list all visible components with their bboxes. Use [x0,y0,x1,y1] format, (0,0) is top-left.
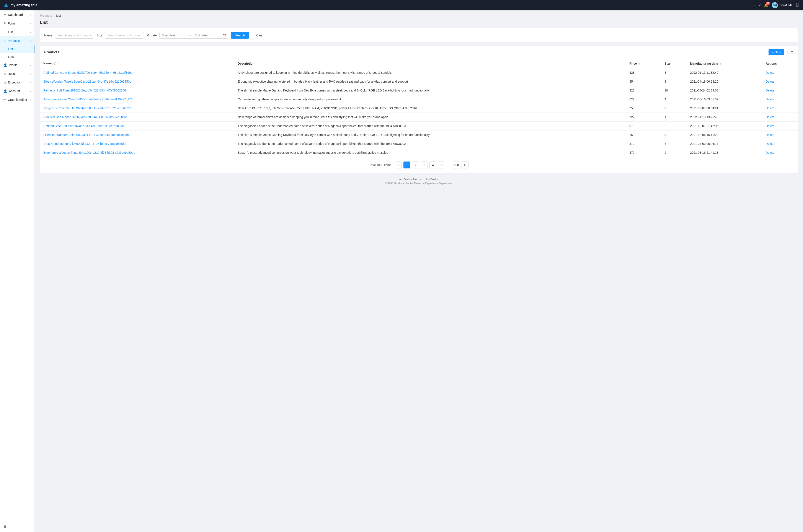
sidebar-item-exception[interactable]: ⚠ Exception ∨ [0,78,35,87]
table-row: Licensed Wooden Shirt 6449f3d1-f733-40dc… [40,131,798,139]
sidebar-item-result[interactable]: ◎ Result ∨ [0,69,35,78]
settings-icon[interactable]: 設 [796,3,800,7]
sidebar-item-list[interactable]: ☰ List ∨ [0,28,35,36]
chevron-icon-account: ∨ [30,90,31,92]
product-mdate: 2021-09-07 08:34:21 [690,107,718,110]
sidebar-label-account: Account [9,89,20,93]
delete-button[interactable]: Delete [766,89,775,92]
col-actions: Actions [762,59,798,68]
delete-button[interactable]: Delete [766,80,775,83]
delete-button[interactable]: Delete [766,115,775,119]
pagination: Total 1000 items < 1 2 3 4 5 ··· 100 > [40,157,798,173]
pagination-page-3[interactable]: 3 [421,162,428,168]
size-search-input[interactable] [105,32,144,39]
logo-icon [3,3,9,8]
product-price: 879 [629,124,634,128]
user-menu[interactable]: SM Serati Ma [772,2,792,8]
end-date-input[interactable] [192,32,221,38]
pagination-prev[interactable]: < [395,162,402,168]
sidebar: ▤ Dashboard ∨ ✎ Form ∨ ☰ List ∨ ✔ Produc… [0,11,35,532]
sidebar-sublabel-list: List [8,47,13,51]
sidebar-item-graphic-editor[interactable]: ✏ Graphic Editor ∨ [0,95,35,104]
column-settings-icon[interactable]: Ⅰ [787,50,788,54]
price-sort-icon[interactable]: ⇅ [638,63,640,65]
sidebar-item-account[interactable]: 👤 Account ∨ [0,87,35,95]
clear-button[interactable]: Clear [252,32,268,39]
footer-link-antd-pro[interactable]: Ant Design Pro [399,178,417,181]
product-mdate: 2021-05-16 03:51:37 [690,98,718,101]
mdate-sort-icon[interactable]: ⇅ [720,63,722,65]
footer-link-antd[interactable]: Ant Design [426,178,439,181]
product-link[interactable]: Awesome Frozen Chair 5e960c4c-aa6a-4fc7-… [43,98,132,101]
form-icon: ✎ [3,22,6,25]
table-row: Sleek Wooden Towels 9dee61cc-29ca-464c-8… [40,77,798,86]
product-link[interactable]: Licensed Wooden Shirt 6449f3d1-f733-40dc… [43,133,130,137]
product-link[interactable]: Sleek Wooden Towels 9dee61cc-29ca-464c-8… [43,80,131,83]
delete-button[interactable]: Delete [766,124,775,128]
sidebar-item-form[interactable]: ✎ Form ∨ [0,19,35,28]
dashboard-icon: ▤ [3,13,6,17]
new-product-button[interactable]: + New [768,49,784,55]
sidebar-collapse-icon[interactable]: ☰ [3,525,6,528]
product-price: 370 [629,142,634,146]
sidebar-sublabel-new: New [8,55,14,59]
breadcrumb-current: List [56,14,61,17]
app-header: my amazing title ⌕ ? 🔔 11 SM Serati Ma 設 [0,0,803,11]
table-actions: + New Ⅰ ⚙ [768,49,794,55]
delete-button[interactable]: Delete [766,98,775,101]
product-link[interactable]: Ergonomic Wooden Tuna 884c190c-b2a9-4f78… [43,151,135,154]
product-link[interactable]: Refined Concrete Shoes da6b7f0e-6c94-45a… [43,71,132,74]
delete-button[interactable]: Delete [766,71,775,74]
product-price: 953 [629,107,634,110]
pagination-page-1[interactable]: 1 [403,162,410,168]
sidebar-item-products[interactable]: ✔ Products ∧ [0,36,35,45]
breadcrumb-parent[interactable]: Products [40,14,52,17]
name-sort-icon[interactable]: ⇅ [58,62,59,65]
pagination-last-page[interactable]: 100 [453,162,460,168]
product-link[interactable]: Tasty Concrete Tuna f07e029f-ca22-4707-b… [43,142,126,146]
product-size: 3 [665,71,666,74]
question-icon[interactable]: ? [759,3,761,7]
notification-count: 11 [766,2,770,5]
col-name: Name ⓘ ⇅ [40,59,234,68]
sidebar-label-profile: Profile [9,63,18,67]
product-link[interactable]: Practical Soft Mouse 322f42a2-7289-4a81-… [43,115,128,119]
table-settings-icon[interactable]: ⚙ [790,50,794,54]
search-icon[interactable]: ⌕ [753,3,755,7]
sidebar-subitem-list[interactable]: List [0,45,35,53]
delete-button[interactable]: Delete [766,133,775,137]
name-filter-label: Name: [44,34,53,37]
delete-button[interactable]: Delete [766,142,775,146]
pagination-page-2[interactable]: 2 [412,162,419,168]
chevron-icon-profile: ∨ [30,64,31,66]
list-icon: ☰ [3,30,6,34]
product-description: New ABC 13 9370, 13.3, 5th Gen CoreA5-82… [237,107,417,110]
sidebar-subitem-new[interactable]: New [0,53,35,61]
notification-bell[interactable]: 🔔 11 [764,3,768,7]
product-link[interactable]: Refined Steel Ball 5a52874e-a330-4ee8-b2… [43,124,125,128]
product-link[interactable]: Fantastic Soft Tuna 281020f2-adb3-4628-8… [43,89,126,92]
name-search-input[interactable] [55,32,94,39]
search-button[interactable]: Search [231,32,249,39]
footer-github-icon[interactable]: ⊙ [420,178,422,181]
delete-button[interactable]: Delete [766,107,775,110]
date-range-picker[interactable]: → 📅 [159,32,228,39]
chevron-icon-result: ∨ [30,73,31,75]
sidebar-item-profile[interactable]: 👤 Profile ∨ [0,61,35,69]
pagination-page-5[interactable]: 5 [438,162,445,168]
header-actions: ⌕ ? 🔔 11 SM Serati Ma 設 [753,2,800,8]
pagination-page-4[interactable]: 4 [429,162,436,168]
pagination-next[interactable]: > [462,162,469,168]
sidebar-item-dashboard[interactable]: ▤ Dashboard ∨ [0,11,35,19]
product-price: 328 [629,89,634,92]
col-price: Price ⇅ [626,59,661,68]
delete-button[interactable]: Delete [766,151,775,154]
product-link[interactable]: Gorgeous Concrete Hat f37f4ae5-005f-42ad… [43,107,131,110]
col-description: Description [234,59,626,68]
name-info-icon[interactable]: ⓘ [53,62,56,65]
app-logo[interactable]: my amazing title [3,3,753,8]
sidebar-label-result: Result [8,72,17,75]
table-row: Tasty Concrete Tuna f07e029f-ca22-4707-b… [40,139,798,148]
start-date-input[interactable] [159,32,188,38]
filter-bar: Name: Size: M. date: → 📅 Search Clear [40,28,798,42]
